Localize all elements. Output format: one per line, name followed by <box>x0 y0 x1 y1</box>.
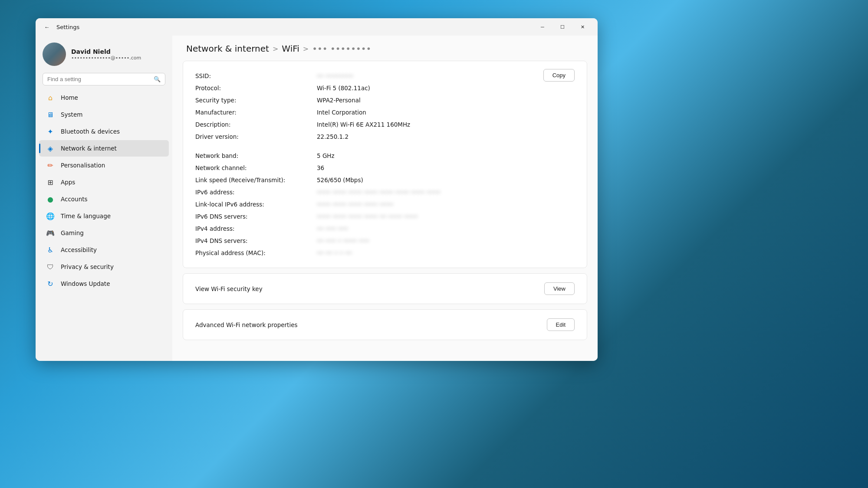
home-icon: ⌂ <box>46 93 55 102</box>
sidebar-item-time[interactable]: 🌐Time & language <box>39 208 169 224</box>
sidebar-item-apps[interactable]: ⊞Apps <box>39 174 169 190</box>
breadcrumb-network-name: ••• •••••••• <box>312 43 371 54</box>
wifi-security-card: View Wi-Fi security key View <box>183 273 587 304</box>
nav-container: ⌂Home🖥System✦Bluetooth & devices◈Network… <box>36 89 172 292</box>
accessibility-icon: ♿ <box>46 246 55 254</box>
sidebar-item-accounts[interactable]: ●Accounts <box>39 191 169 207</box>
sidebar-item-accessibility[interactable]: ♿Accessibility <box>39 242 169 258</box>
accounts-icon: ● <box>46 195 55 203</box>
network-channel-value: 36 <box>317 164 575 171</box>
manufacturer-value: Intel Corporation <box>317 109 543 116</box>
wifi-properties-card: SSID: •• •••••••• Protocol: Wi-Fi 5 (802… <box>183 61 587 268</box>
sidebar-item-label-privacy: Privacy & security <box>61 263 114 270</box>
title-bar: ← Settings ─ ☐ ✕ <box>36 18 598 36</box>
driver-version-row: Driver version: 22.250.1.2 <box>195 131 543 143</box>
wifi-security-label: View Wi-Fi security key <box>195 285 544 292</box>
edit-button[interactable]: Edit <box>547 318 575 331</box>
sidebar-item-privacy[interactable]: 🛡Privacy & security <box>39 259 169 275</box>
copy-button[interactable]: Copy <box>543 69 575 82</box>
main-content: Network & internet > WiFi > ••• ••••••••… <box>172 36 598 361</box>
breadcrumb-network[interactable]: Network & internet <box>186 43 269 54</box>
protocol-value: Wi-Fi 5 (802.11ac) <box>317 85 543 92</box>
settings-window: ← Settings ─ ☐ ✕ David Nield •••••••••••… <box>36 18 598 361</box>
network-icon: ◈ <box>46 144 55 153</box>
ipv4-dns-label: IPv4 DNS servers: <box>195 237 317 244</box>
security-type-value: WPA2-Personal <box>317 97 543 104</box>
advanced-wifi-card: Advanced Wi-Fi network properties Edit <box>183 309 587 340</box>
sidebar-item-bluetooth[interactable]: ✦Bluetooth & devices <box>39 123 169 140</box>
ipv4-addr-label: IPv4 address: <box>195 225 317 232</box>
advanced-wifi-row: Advanced Wi-Fi network properties Edit <box>183 310 587 340</box>
window-title: Settings <box>56 24 79 30</box>
user-profile: David Nield ••••••••••••••@•••••.com <box>36 36 172 71</box>
personalisation-icon: ✏ <box>46 161 55 170</box>
mac-addr-value: •• •• • • •• <box>317 249 575 256</box>
search-icon: 🔍 <box>154 76 161 82</box>
sidebar-item-label-home: Home <box>61 94 78 101</box>
user-name: David Nield <box>71 48 141 55</box>
ipv6-dns-value: •••• •••• •••• •••• •• •••• •••• <box>317 213 575 220</box>
sidebar-item-personalisation[interactable]: ✏Personalisation <box>39 157 169 174</box>
link-local-ipv6-row: Link-local IPv6 address: •••• •••• •••• … <box>195 198 575 210</box>
sidebar-item-label-accounts: Accounts <box>61 196 88 203</box>
maximize-button[interactable]: ☐ <box>552 20 572 34</box>
ssid-row: SSID: •• •••••••• Protocol: Wi-Fi 5 (802… <box>195 70 575 143</box>
driver-version-label: Driver version: <box>195 133 317 140</box>
ssid-label: SSID: <box>195 72 317 79</box>
search-input[interactable] <box>47 76 150 82</box>
system-icon: 🖥 <box>46 110 55 119</box>
driver-version-value: 22.250.1.2 <box>317 133 543 140</box>
back-button[interactable]: ← <box>41 21 53 33</box>
window-controls: ─ ☐ ✕ <box>533 20 592 34</box>
mac-addr-row: Physical address (MAC): •• •• • • •• <box>195 247 575 259</box>
advanced-wifi-label: Advanced Wi-Fi network properties <box>195 321 547 328</box>
ipv6-dns-label: IPv6 DNS servers: <box>195 213 317 220</box>
security-type-row: Security type: WPA2-Personal <box>195 94 543 106</box>
ipv6-dns-row: IPv6 DNS servers: •••• •••• •••• •••• ••… <box>195 210 575 223</box>
search-box[interactable]: 🔍 <box>43 73 165 85</box>
network-band-value: 5 GHz <box>317 152 575 159</box>
bluetooth-icon: ✦ <box>46 127 55 136</box>
sidebar: David Nield ••••••••••••••@•••••.com 🔍 ⌂… <box>36 36 172 361</box>
breadcrumb-wifi[interactable]: WiFi <box>282 43 299 54</box>
sidebar-item-label-gaming: Gaming <box>61 229 84 236</box>
breadcrumb-sep-1: > <box>273 45 278 53</box>
description-value: Intel(R) Wi-Fi 6E AX211 160MHz <box>317 121 543 128</box>
breadcrumb-sep-2: > <box>303 45 309 53</box>
sidebar-item-label-apps: Apps <box>61 179 75 186</box>
ssid-value: •• •••••••• <box>317 72 543 79</box>
sidebar-item-network[interactable]: ◈Network & internet <box>39 140 169 157</box>
security-type-label: Security type: <box>195 97 317 104</box>
mac-addr-label: Physical address (MAC): <box>195 249 317 256</box>
window-body: David Nield ••••••••••••••@•••••.com 🔍 ⌂… <box>36 36 598 361</box>
link-local-ipv6-label: Link-local IPv6 address: <box>195 201 317 208</box>
network-channel-label: Network channel: <box>195 164 317 171</box>
ipv4-dns-value: •• ••• • •••• ••• <box>317 237 575 244</box>
view-button[interactable]: View <box>544 282 575 295</box>
sidebar-item-system[interactable]: 🖥System <box>39 106 169 123</box>
sidebar-item-label-network: Network & internet <box>61 145 117 152</box>
sidebar-item-gaming[interactable]: 🎮Gaming <box>39 225 169 241</box>
user-email: ••••••••••••••@•••••.com <box>71 55 141 61</box>
manufacturer-row: Manufacturer: Intel Corporation <box>195 106 543 118</box>
wifi-security-row: View Wi-Fi security key View <box>183 274 587 304</box>
sidebar-item-label-accessibility: Accessibility <box>61 246 97 253</box>
link-speed-value: 526/650 (Mbps) <box>317 177 575 183</box>
sidebar-item-home[interactable]: ⌂Home <box>39 89 169 106</box>
close-button[interactable]: ✕ <box>572 20 592 34</box>
description-row: Description: Intel(R) Wi-Fi 6E AX211 160… <box>195 118 543 131</box>
time-icon: 🌐 <box>46 212 55 220</box>
network-channel-row: Network channel: 36 <box>195 162 575 174</box>
ssid-field-row: SSID: •• •••••••• <box>195 70 543 82</box>
network-band-row: Network band: 5 GHz <box>195 150 575 162</box>
ipv4-addr-row: IPv4 address: •• ••• ••• <box>195 223 575 235</box>
privacy-icon: 🛡 <box>46 262 55 271</box>
sidebar-item-update[interactable]: ↻Windows Update <box>39 275 169 292</box>
protocol-label: Protocol: <box>195 85 317 92</box>
breadcrumb: Network & internet > WiFi > ••• •••••••• <box>172 36 598 61</box>
avatar-image <box>43 43 66 66</box>
link-speed-label: Link speed (Receive/Transmit): <box>195 177 317 183</box>
minimize-button[interactable]: ─ <box>533 20 552 34</box>
sidebar-item-label-personalisation: Personalisation <box>61 162 105 169</box>
protocol-row: Protocol: Wi-Fi 5 (802.11ac) <box>195 82 543 94</box>
